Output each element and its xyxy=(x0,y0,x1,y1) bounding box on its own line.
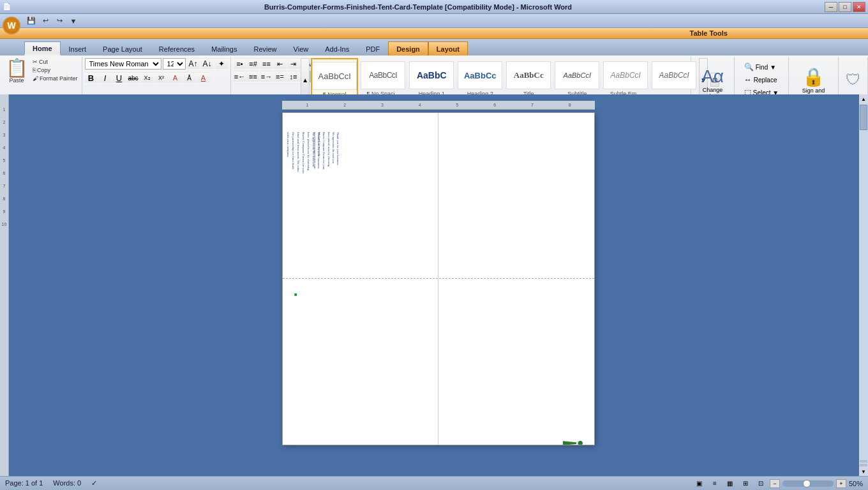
zoom-in-button[interactable]: + xyxy=(836,479,846,488)
bullets-button[interactable]: ≡• xyxy=(234,58,246,70)
tab-design[interactable]: Design xyxy=(388,41,428,56)
undo-qa-button[interactable]: ↩ xyxy=(40,15,51,27)
scroll-split-area xyxy=(860,459,867,467)
decrease-indent-button[interactable]: ⇤ xyxy=(274,58,287,70)
font-name-select[interactable]: Times New Roman xyxy=(85,58,161,70)
justify-button[interactable]: ≡= xyxy=(274,71,287,82)
style-subtle-preview: AaBbCcI xyxy=(603,61,648,89)
tab-add-ins[interactable]: Add-Ins xyxy=(317,41,357,56)
highlight-button[interactable]: Ā xyxy=(183,72,196,84)
tab-review[interactable]: Review xyxy=(245,41,285,56)
change-styles-icon: Aα xyxy=(701,66,724,87)
view-draft-button[interactable]: ⊡ xyxy=(754,479,767,489)
office-logo: W xyxy=(7,20,15,31)
cut-label: Cut xyxy=(39,59,48,65)
replace-label: Replace xyxy=(754,77,777,84)
scroll-up-arrow[interactable]: ▲ xyxy=(859,94,868,103)
thank-you-container: Thank You! Thank You!! xyxy=(558,438,588,445)
font-size-select[interactable]: 12 xyxy=(163,58,186,70)
increase-font-button[interactable]: A↑ xyxy=(187,58,200,70)
tab-page-layout[interactable]: Page Layout xyxy=(94,41,151,56)
find-label: Find xyxy=(756,64,768,71)
italic-button[interactable]: I xyxy=(99,72,112,84)
format-painter-icon: 🖌 xyxy=(33,75,38,82)
ruler-mark-3: 3 xyxy=(3,133,6,145)
tent-bottom-left: ■ xyxy=(283,279,438,445)
tent-card-bottom: ■ Thank You! Thank You!! xyxy=(283,279,594,445)
title-bar-controls[interactable]: ─ □ ✕ xyxy=(825,2,865,12)
view-outline-button[interactable]: ⊞ xyxy=(739,479,752,489)
tab-view[interactable]: View xyxy=(285,41,317,56)
view-web-button[interactable]: ▦ xyxy=(724,479,737,489)
font-row-2: B I U abc X₂ X² A Ā A xyxy=(85,72,210,84)
strikethrough-button[interactable]: abc xyxy=(127,72,140,84)
cut-button[interactable]: ✂ Cut xyxy=(31,58,79,66)
close-button[interactable]: ✕ xyxy=(853,2,865,12)
decrease-font-button[interactable]: A↓ xyxy=(201,58,214,70)
line-spacing-button[interactable]: ↕≡ xyxy=(287,71,300,82)
view-full-button[interactable]: ≡ xyxy=(708,479,721,489)
find-icon: 🔍 xyxy=(744,63,754,71)
text-effect-button[interactable]: A xyxy=(169,72,182,84)
superscript-button[interactable]: X² xyxy=(155,72,168,84)
bold-button[interactable]: B xyxy=(85,72,98,84)
title-bar-title: Burris-Computer-Forms-Finished-Tent-Card… xyxy=(11,3,825,11)
scroll-thumb[interactable] xyxy=(860,105,867,130)
tab-home[interactable]: Home xyxy=(24,41,61,56)
document-scroll-area[interactable]: 1 2 3 4 5 6 7 8 Thank you for your busin… xyxy=(9,94,868,476)
format-painter-button[interactable]: 🖌 Format Painter xyxy=(31,75,79,82)
increase-indent-button[interactable]: ⇥ xyxy=(287,58,300,70)
vertical-scrollbar[interactable]: ▲ ▼ xyxy=(859,94,868,476)
scroll-down-arrow[interactable]: ▼ xyxy=(859,467,868,476)
zoom-thumb[interactable] xyxy=(803,480,811,487)
tent-bottom-right: Thank You! Thank You!! xyxy=(438,279,594,445)
tab-references[interactable]: References xyxy=(151,41,203,56)
minimize-button[interactable]: ─ xyxy=(825,2,837,12)
ruler-mark-7: 7 xyxy=(3,184,6,197)
font-color-button[interactable]: A xyxy=(197,72,210,84)
tab-pdf[interactable]: PDF xyxy=(357,41,388,56)
tent-card: Thank you for your business. We apprecia… xyxy=(283,113,594,445)
document-page[interactable]: Thank you for your business. We apprecia… xyxy=(282,112,595,445)
zoom-out-button[interactable]: − xyxy=(770,479,780,488)
document-area: 1 2 3 4 5 6 7 8 9 10 1 2 3 4 5 6 7 8 xyxy=(0,94,868,476)
paste-icon: 📋 xyxy=(6,59,28,77)
align-left-button[interactable]: ≡← xyxy=(234,71,246,82)
redo-qa-button[interactable]: ↪ xyxy=(54,15,65,27)
office-button[interactable]: W xyxy=(3,17,20,34)
words-indicator: Words: 0 xyxy=(53,479,81,487)
thank-you-text: Thank You! xyxy=(558,438,588,445)
underline-button[interactable]: U xyxy=(113,72,126,84)
copy-label: Copy xyxy=(37,67,50,73)
numbering-button[interactable]: ≡# xyxy=(247,58,260,70)
ribbon-tabs: Home Insert Page Layout References Maili… xyxy=(0,39,868,56)
qa-more-button[interactable]: ▼ xyxy=(68,15,79,27)
ruler-mark-5: 5 xyxy=(3,158,6,171)
tab-layout[interactable]: Layout xyxy=(428,41,468,56)
table-tools-label: Table Tools xyxy=(0,28,868,39)
zoom-percentage: 50% xyxy=(849,480,863,487)
vertical-ruler: 1 2 3 4 5 6 7 8 9 10 xyxy=(0,94,9,476)
style-aabbcci-preview: AaBbCcI xyxy=(652,61,696,89)
top-left-text2: Thank you for your business. We apprecia… xyxy=(313,132,340,247)
replace-button[interactable]: ↔ Replace xyxy=(742,74,780,85)
clipboard-small-buttons: ✂ Cut ⎘ Copy 🖌 Format Painter xyxy=(31,58,79,82)
zoom-slider[interactable] xyxy=(782,480,834,487)
view-print-button[interactable]: ▣ xyxy=(693,479,706,489)
status-left: Page: 1 of 1 Words: 0 ✓ xyxy=(5,479,97,487)
align-right-button[interactable]: ≡→ xyxy=(260,71,273,82)
style-nospace-preview: AaBbCcI xyxy=(361,61,405,89)
maximize-button[interactable]: □ xyxy=(839,2,851,12)
spelling-icon: ✓ xyxy=(91,479,97,487)
subscript-button[interactable]: X₂ xyxy=(141,72,154,84)
find-button[interactable]: 🔍 Find ▼ xyxy=(742,61,779,73)
align-center-button[interactable]: ≡≡ xyxy=(247,71,260,82)
tent-card-top: Thank you for your business. We apprecia… xyxy=(283,113,594,279)
multilevel-button[interactable]: ≡≡ xyxy=(260,58,273,70)
clear-format-button[interactable]: ✦ xyxy=(215,58,228,70)
tab-insert[interactable]: Insert xyxy=(61,41,95,56)
paste-button[interactable]: 📋 Paste xyxy=(3,58,31,85)
copy-button[interactable]: ⎘ Copy xyxy=(31,66,79,74)
tab-mailings[interactable]: Mailings xyxy=(203,41,245,56)
save-qa-button[interactable]: 💾 xyxy=(26,15,37,27)
